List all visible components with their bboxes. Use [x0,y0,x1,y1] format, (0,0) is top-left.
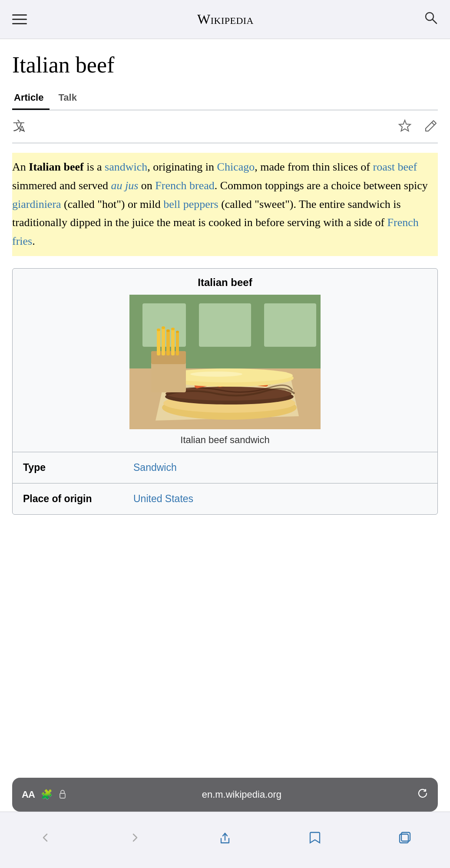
infobox-row-origin: Place of origin United States [13,483,437,514]
browser-address-bar: AA 🧩 en.m.wikipedia.org [12,778,438,812]
svg-rect-34 [157,329,160,355]
lock-icon [59,789,66,801]
infobox: Italian beef [12,268,438,515]
wikipedia-logo[interactable]: Wikipedia [197,11,254,27]
svg-rect-39 [157,329,160,331]
link-french-bread[interactable]: French bread [155,179,214,192]
link-united-states[interactable]: United States [133,493,193,504]
svg-rect-41 [166,329,170,332]
tab-article[interactable]: Article [12,88,50,110]
back-button[interactable] [0,832,90,844]
link-roast-beef[interactable]: roast beef [373,161,417,173]
bookmarks-button[interactable] [270,831,360,845]
infobox-label-type: Type [13,452,126,483]
svg-rect-10 [199,303,251,347]
link-chicago[interactable]: Chicago [217,161,255,173]
infobox-row-type: Type Sandwich [13,452,437,483]
infobox-caption: Italian beef sandwich [13,429,437,452]
svg-marker-4 [399,120,410,131]
article-title: Italian beef [12,52,438,78]
infobox-image [129,295,321,429]
link-sandwich[interactable]: sandwich [105,161,147,173]
article-container: Italian beef Article Talk 文 A [0,39,450,515]
svg-line-1 [433,20,437,23]
infobox-image-container [13,295,437,429]
svg-rect-38 [176,332,179,355]
svg-rect-40 [162,326,165,329]
extensions-button[interactable]: 🧩 [41,789,53,800]
svg-point-31 [190,372,242,377]
infobox-title: Italian beef [13,269,437,295]
forward-button[interactable] [90,832,180,844]
link-giardiniera[interactable]: giardiniera [12,198,61,210]
svg-rect-11 [264,303,316,347]
svg-line-5 [432,122,434,125]
link-bell-peppers[interactable]: bell peppers [163,198,218,210]
link-sandwich-type[interactable]: Sandwich [133,462,177,473]
share-button[interactable] [180,831,270,845]
tabs-button[interactable] [360,831,450,845]
link-au-jus[interactable]: au jus [111,179,138,192]
article-tabs: Article Talk [12,88,438,110]
menu-button[interactable] [12,14,27,24]
infobox-label-origin: Place of origin [13,483,126,514]
svg-rect-35 [162,327,165,355]
svg-rect-42 [171,328,175,330]
article-toolbar: 文 A [12,110,438,143]
top-navigation: Wikipedia [0,0,450,39]
svg-rect-37 [171,329,175,355]
infobox-value-origin: United States [126,483,437,514]
svg-rect-43 [176,331,179,333]
edit-button[interactable] [424,119,438,136]
svg-text:A: A [19,124,25,134]
link-french-fries[interactable]: French fries [12,216,419,247]
svg-rect-44 [60,793,65,798]
star-button[interactable] [398,119,412,136]
svg-rect-36 [166,330,170,355]
bottom-navigation [0,812,450,868]
infobox-value-type: Sandwich [126,452,437,483]
tab-talk[interactable]: Talk [56,88,83,110]
refresh-button[interactable] [417,788,428,802]
article-intro: An Italian beef is a sandwich, originati… [12,153,438,256]
url-display[interactable]: en.m.wikipedia.org [73,789,411,800]
font-size-button[interactable]: AA [22,789,35,800]
search-button[interactable] [424,11,438,28]
translate-button[interactable]: 文 A [12,118,28,137]
